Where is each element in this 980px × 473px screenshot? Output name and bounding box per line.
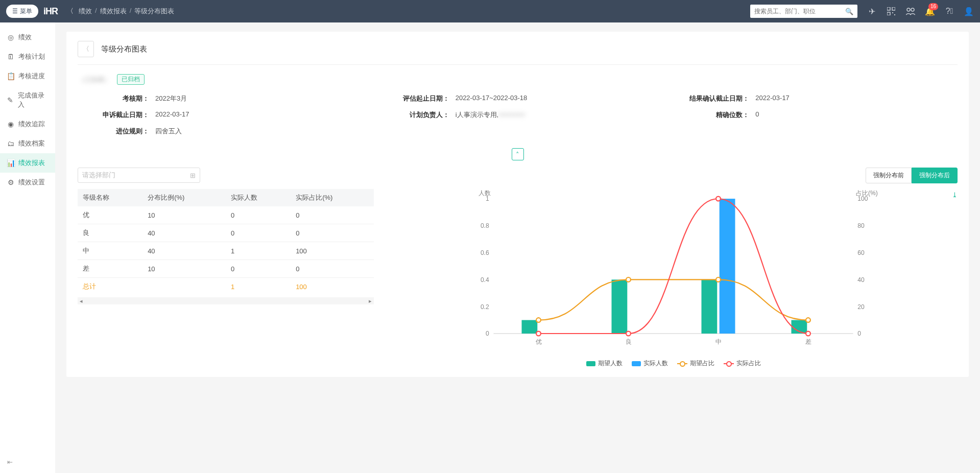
info-label: 计划负责人： [378, 110, 449, 120]
line-point [806, 318, 810, 322]
sidebar-item-archive[interactable]: 🗂绩效档案 [0, 134, 55, 153]
table-row: 差1000 [78, 260, 374, 278]
sidebar-item-performance[interactable]: ◎绩效 [0, 28, 55, 47]
svg-text:差: 差 [805, 338, 811, 345]
table-scrollbar[interactable]: ◂▸ [78, 297, 374, 304]
svg-rect-4 [894, 14, 895, 15]
table-cell: 1 [226, 278, 291, 296]
info-value: 2022-03-17~2022-03-18 [456, 94, 528, 103]
user-icon[interactable]: 👤 [964, 6, 974, 16]
org-icon: ⊞ [190, 172, 196, 179]
info-label: 结果确认截止日期： [678, 94, 749, 103]
svg-text:20: 20 [857, 303, 865, 311]
radar-icon: ◉ [7, 121, 14, 128]
table-cell: 0 [291, 260, 374, 278]
announce-icon[interactable]: ✈ [867, 6, 877, 16]
table-cell: 良 [78, 224, 142, 242]
line-point [716, 277, 721, 282]
svg-text:0.8: 0.8 [481, 222, 489, 229]
collapse-toggle[interactable]: ˄ [512, 148, 524, 160]
tab-before[interactable]: 强制分布前 [866, 168, 912, 183]
sidebar-item-label: 完成值录入 [18, 91, 48, 109]
info-label: 评估起止日期： [378, 94, 449, 103]
menu-icon: ☰ [12, 8, 18, 15]
svg-text:人数: 人数 [479, 190, 491, 197]
notification-badge: 16 [928, 3, 938, 10]
page-title: 等级分布图表 [101, 44, 147, 54]
legend-item[interactable]: 期望人数 [586, 359, 623, 368]
scroll-left-icon[interactable]: ◂ [80, 298, 83, 304]
svg-text:0.6: 0.6 [481, 249, 489, 256]
sidebar-item-progress[interactable]: 📋考核进度 [0, 66, 55, 86]
sidebar-item-label: 绩效档案 [18, 139, 45, 148]
tab-after[interactable]: 强制分布后 [912, 168, 958, 183]
bar [702, 279, 718, 334]
sidebar-item-report[interactable]: 📊绩效报表 [0, 153, 55, 173]
info-value: 0 [755, 110, 759, 120]
table-row: 良4000 [78, 224, 374, 242]
th: 等级名称 [78, 189, 142, 206]
sidebar-item-settings[interactable]: ⚙绩效设置 [0, 173, 55, 192]
distribution-chart: 00.20.40.60.81020406080100优良中差人数占比(%) [389, 187, 958, 356]
bell-icon[interactable]: 🔔16 [925, 6, 935, 16]
th: 分布比例(%) [142, 189, 226, 206]
calendar-icon: 🗓 [7, 53, 14, 60]
table-cell: 0 [226, 224, 291, 242]
info-label: 申诉截止日期： [78, 110, 149, 120]
sidebar-item-plan[interactable]: 🗓考核计划 [0, 47, 55, 66]
chart-legend: 期望人数实际人数期望占比实际占比 [389, 359, 958, 368]
menu-button[interactable]: ☰ 菜单 [6, 5, 38, 18]
breadcrumb-item[interactable]: 绩效报表 [100, 7, 127, 16]
sidebar-item-track[interactable]: ◉绩效追踪 [0, 114, 55, 134]
qrcode-icon[interactable] [886, 6, 896, 16]
info-value: 2022年3月 [155, 94, 187, 103]
table-cell: 总计 [78, 278, 142, 296]
archive-icon: 🗂 [7, 140, 14, 147]
breadcrumb: 绩效 / 绩效报表 / 等级分布图表 [79, 7, 174, 16]
svg-text:40: 40 [857, 276, 865, 283]
breadcrumb-item[interactable]: 绩效 [79, 7, 92, 16]
owner-obscured: xxxxxxxx [498, 110, 525, 120]
svg-point-6 [911, 8, 914, 11]
table-row: 中401100 [78, 242, 374, 260]
svg-rect-2 [887, 12, 890, 15]
topbar: ☰ 菜单 iHR 〈 绩效 / 绩效报表 / 等级分布图表 🔍 ✈ 🔔16 ?⃝… [0, 0, 980, 22]
bar [522, 320, 538, 334]
search-input[interactable] [754, 8, 845, 15]
line-point [536, 332, 541, 336]
info-grid: 考核期：2022年3月 申诉截止日期：2022-03-17 进位规则：四舍五入 … [78, 94, 958, 143]
table-row: 优1000 [78, 206, 374, 224]
dept-select[interactable]: 请选择部门 ⊞ [78, 168, 200, 183]
back-button[interactable]: 〈 [78, 41, 94, 57]
logo: iHR [43, 6, 58, 17]
legend-swatch [677, 363, 687, 364]
svg-text:良: 良 [626, 338, 632, 345]
table-cell: 10 [142, 206, 226, 224]
breadcrumb-item[interactable]: 等级分布图表 [134, 7, 174, 16]
contacts-icon[interactable] [905, 6, 916, 16]
bar [612, 279, 628, 334]
th: 实际人数 [226, 189, 291, 206]
sidebar-collapse[interactable]: ⇤ [7, 458, 13, 466]
sidebar-item-input[interactable]: ✎完成值录入 [0, 86, 55, 114]
table-cell: 100 [291, 278, 374, 296]
scroll-right-icon[interactable]: ▸ [369, 298, 372, 304]
svg-text:0: 0 [857, 330, 861, 337]
legend-label: 期望人数 [598, 359, 623, 368]
breadcrumb-back[interactable]: 〈 [67, 7, 74, 16]
svg-rect-1 [892, 7, 895, 10]
table-cell: 0 [226, 206, 291, 224]
legend-item[interactable]: 期望占比 [677, 359, 714, 368]
legend-item[interactable]: 实际人数 [632, 359, 668, 368]
table-cell: 40 [142, 224, 226, 242]
info-value: 2022-03-17 [155, 110, 189, 120]
legend-item[interactable]: 实际占比 [724, 359, 761, 368]
help-icon[interactable]: ?⃝ [944, 6, 954, 16]
search-box[interactable]: 🔍 [750, 5, 857, 18]
legend-swatch [586, 361, 595, 366]
svg-text:优: 优 [536, 338, 542, 345]
svg-text:80: 80 [857, 222, 865, 229]
sidebar-item-label: 考核进度 [18, 72, 45, 81]
gear-icon: ⚙ [7, 179, 14, 186]
svg-text:0.4: 0.4 [481, 276, 489, 283]
